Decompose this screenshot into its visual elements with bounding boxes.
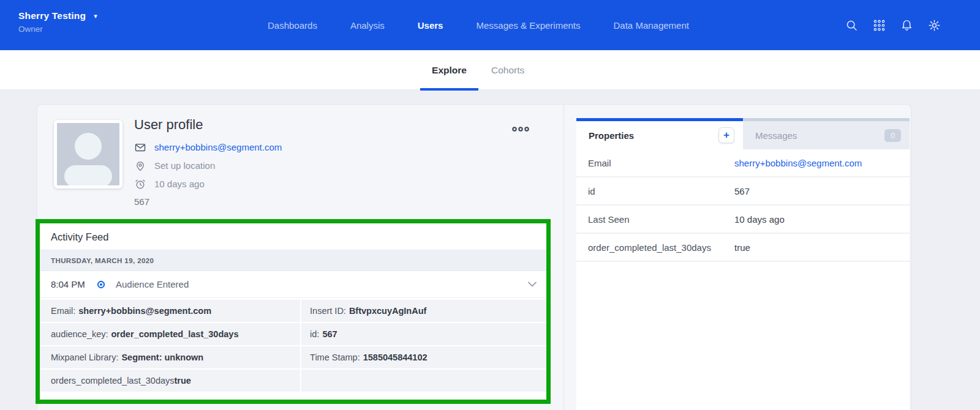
- last-seen-text: 10 days ago: [154, 179, 205, 189]
- tab-messages[interactable]: Messages 0: [743, 118, 910, 149]
- properties-table: Email sherry+bobbins@segment.com id 567 …: [576, 149, 910, 410]
- property-row: order_completed_last_30days true: [576, 234, 910, 262]
- event-detail-cell: Time Stamp:1585045844102: [301, 346, 546, 368]
- event-detail-cell: id:567: [301, 323, 546, 345]
- avatar: [54, 120, 123, 188]
- annotation-highlight-box: Activity Feed THURSDAY, MARCH 19, 2020 8…: [36, 219, 551, 404]
- event-detail-cell: Insert ID:BftvpxcuyAgInAuf: [301, 300, 546, 322]
- profile-info: User profile sherry+bobbins@segment.com …: [134, 117, 282, 207]
- profile-email-row: sherry+bobbins@segment.com: [134, 141, 282, 154]
- tab-cohorts-label: Cohorts: [491, 65, 524, 76]
- notifications-bell-icon[interactable]: [900, 19, 913, 32]
- event-time: 8:04 PM: [51, 279, 97, 289]
- add-property-button[interactable]: +: [718, 127, 734, 143]
- activity-feed-title: Activity Feed: [40, 223, 546, 250]
- event-bullseye-icon: [97, 280, 105, 289]
- event-detail-cell: audience_key:order_completed_last_30days: [40, 323, 300, 345]
- clock-icon: [134, 178, 146, 190]
- property-email-link[interactable]: sherry+bobbins@segment.com: [734, 158, 862, 168]
- tab-explore[interactable]: Explore: [420, 50, 478, 90]
- event-detail-cell: Email:sherry+bobbins@segment.com: [40, 300, 300, 322]
- tab-properties-label: Properties: [589, 130, 634, 141]
- tab-messages-label: Messages: [755, 130, 797, 141]
- tab-explore-label: Explore: [432, 65, 467, 76]
- property-row: id 567: [576, 177, 910, 206]
- activity-feed: Activity Feed THURSDAY, MARCH 19, 2020 8…: [40, 223, 546, 392]
- nav-item-dashboards[interactable]: Dashboards: [268, 20, 317, 31]
- search-icon[interactable]: [845, 19, 858, 32]
- profile-email-link[interactable]: sherry+bobbins@segment.com: [154, 142, 282, 152]
- chevron-down-icon[interactable]: [528, 281, 537, 287]
- topnav-icons: [845, 0, 941, 50]
- event-name: Audience Entered: [116, 279, 528, 289]
- activity-event-row[interactable]: 8:04 PM Audience Entered: [40, 271, 546, 298]
- mail-icon: [134, 141, 146, 154]
- event-detail-cell: orders_completed_last_30daystrue: [40, 370, 300, 392]
- tab-cohorts[interactable]: Cohorts: [491, 50, 524, 90]
- event-detail-table: Email:sherry+bobbins@segment.com Insert …: [40, 300, 546, 392]
- top-navigation-bar: Sherry Testing ▾ Owner Dashboards Analys…: [0, 0, 980, 50]
- more-options-icon[interactable]: [509, 123, 532, 135]
- active-tab-indicator: [420, 88, 478, 91]
- nav-item-analysis[interactable]: Analysis: [350, 20, 385, 31]
- properties-panel: Properties + Messages 0 Email sherry+bob…: [564, 105, 912, 410]
- user-detail-card: User profile sherry+bobbins@segment.com …: [37, 104, 911, 410]
- setup-location-link[interactable]: Set up location: [154, 160, 215, 171]
- nav-item-users[interactable]: Users: [418, 20, 443, 31]
- page-title: User profile: [134, 117, 282, 133]
- event-detail-cell-empty: [301, 370, 546, 392]
- mixpanel-users-page: Sherry Testing ▾ Owner Dashboards Analys…: [0, 0, 980, 410]
- property-row: Last Seen 10 days ago: [576, 206, 910, 234]
- person-silhouette-icon: [57, 123, 119, 185]
- project-role: Owner: [18, 24, 97, 34]
- project-name: Sherry Testing: [18, 10, 86, 21]
- tab-properties[interactable]: Properties +: [576, 118, 743, 149]
- property-row: Email sherry+bobbins@segment.com: [576, 149, 910, 177]
- caret-down-icon: ▾: [94, 12, 97, 20]
- user-id-text: 567: [134, 196, 282, 207]
- location-pin-icon: [134, 160, 146, 172]
- section-tab-bar: Explore Cohorts: [0, 50, 980, 90]
- profile-last-seen-row: 10 days ago: [134, 177, 282, 190]
- activity-date-header: THURSDAY, MARCH 19, 2020: [40, 250, 546, 271]
- profile-location-row: Set up location: [134, 159, 282, 172]
- apps-grid-icon[interactable]: [873, 19, 886, 32]
- nav-item-messages-experiments[interactable]: Messages & Experiments: [476, 20, 580, 31]
- nav-item-data-management[interactable]: Data Management: [614, 20, 689, 31]
- project-switcher[interactable]: Sherry Testing ▾ Owner: [18, 10, 97, 34]
- messages-count-badge: 0: [884, 129, 901, 142]
- settings-gear-icon[interactable]: [928, 19, 941, 32]
- event-detail-cell: Mixpanel Library:Segment: unknown: [40, 346, 300, 368]
- profile-section: User profile sherry+bobbins@segment.com …: [37, 105, 564, 410]
- primary-nav: Dashboards Analysis Users Messages & Exp…: [268, 0, 689, 50]
- properties-tab-bar: Properties + Messages 0: [576, 118, 910, 149]
